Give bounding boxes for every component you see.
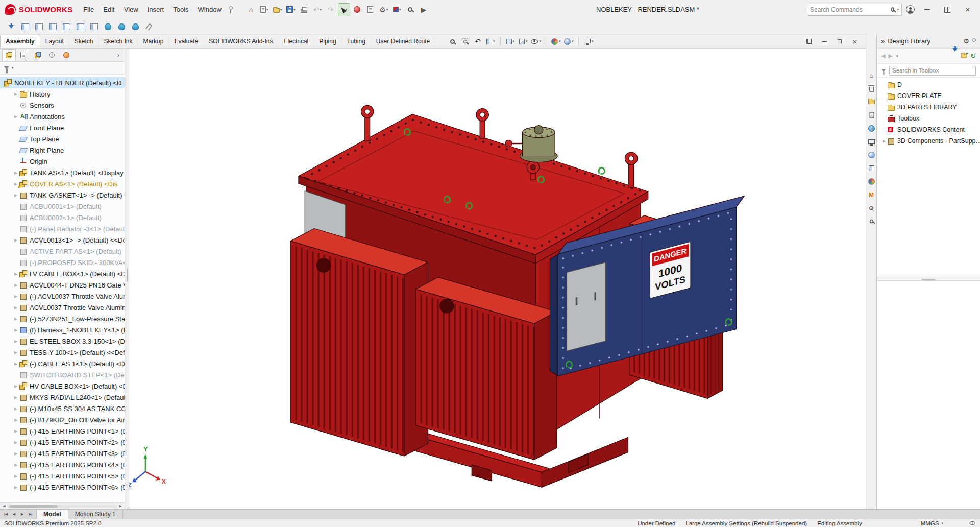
zoom-to-area-button[interactable]: [459, 35, 471, 47]
toolbox-search-input[interactable]: [889, 66, 976, 76]
panel-splitter[interactable]: [125, 49, 129, 509]
tab-featuremanager[interactable]: [2, 49, 16, 61]
file-properties-button[interactable]: [364, 3, 377, 16]
expand-arrow-icon[interactable]: ▶: [12, 362, 19, 366]
tree-item[interactable]: ▶ ▲ (-) Panel Radiator -3<1> (Default): [0, 223, 125, 234]
expand-arrow-icon[interactable]: ▶: [12, 474, 19, 478]
zoom-to-fit-button[interactable]: [447, 35, 458, 47]
command-tab[interactable]: Tubing: [342, 35, 371, 48]
tab-dimxpertmanager[interactable]: [45, 49, 59, 61]
command-tab[interactable]: Electrical: [279, 35, 314, 48]
view-palette-icon[interactable]: [867, 137, 876, 146]
tree-item[interactable]: ▶ ▲ Sensors: [0, 100, 125, 111]
library-item[interactable]: ▶ 3D PARTS LIBRARY: [877, 102, 980, 113]
library-search-icon[interactable]: [867, 217, 876, 226]
tree-item[interactable]: ▶ ▲ (-) 415 EARTHING POINT<2> (De: [0, 437, 125, 448]
library-item[interactable]: ▶ Toolbox: [877, 113, 980, 124]
tree-item[interactable]: ▶ ▲ (-) ACVL0037 Throttle Valve Alumi: [0, 291, 125, 302]
doc-dock-button[interactable]: [802, 36, 816, 47]
toolbox-settings-icon[interactable]: ⚙: [867, 204, 876, 212]
scroll-right-icon[interactable]: ▶: [117, 504, 124, 508]
panel-tool-button-2[interactable]: [33, 20, 45, 33]
library-nav-caret-icon[interactable]: ▾: [896, 54, 898, 58]
tree-item[interactable]: ▶ ▲ ACBU0001<1> (Default): [0, 201, 125, 212]
tree-item[interactable]: ▶ ▲ ACVL0013<1> -> (Default) <<Def: [0, 234, 125, 246]
tree-item[interactable]: ▶ ▲ EL STEEL SBOX 3.3-150<1> (Defau: [0, 336, 125, 347]
expand-arrow-icon[interactable]: ▶: [12, 283, 19, 288]
expand-arrow-icon[interactable]: ▶: [12, 317, 19, 321]
command-tab[interactable]: Evaluate: [169, 35, 204, 48]
expand-arrow-icon[interactable]: ▶: [12, 395, 19, 400]
doc-restore-button[interactable]: [833, 36, 846, 47]
expand-arrow-icon[interactable]: ▶: [881, 139, 887, 143]
tab-displaymanager[interactable]: [59, 49, 73, 61]
command-search-input[interactable]: [810, 6, 889, 13]
home-button[interactable]: ⌂: [245, 3, 257, 16]
units-selector[interactable]: MMGS ▾: [921, 520, 943, 526]
panel-pin-icon[interactable]: [972, 38, 976, 42]
feature-tool-button-2[interactable]: [115, 20, 128, 33]
tree-item[interactable]: ▶ ▲ TANK GASKET<1> -> (Default) <-: [0, 189, 125, 201]
transformer-model[interactable]: DANGER 1000 VOLTS: [290, 105, 744, 487]
rebuild-button[interactable]: [351, 3, 363, 16]
window-close-button[interactable]: ×: [960, 3, 976, 16]
menu-item[interactable]: Window: [193, 3, 226, 16]
apply-scene-button[interactable]: ▾: [563, 35, 574, 47]
section-view-button[interactable]: ▾: [485, 35, 496, 47]
toolbox-filter-icon[interactable]: [881, 69, 886, 72]
user-account-icon[interactable]: [906, 5, 915, 14]
view-settings-button[interactable]: ▾: [583, 35, 594, 47]
tree-item[interactable]: ▶ ▲ (f) Harness_1-NOBLEKEY<1> (Def: [0, 324, 125, 336]
menu-item[interactable]: Edit: [99, 3, 119, 16]
insert-component-button[interactable]: [5, 20, 17, 33]
tree-item[interactable]: ▶ ▲ TESS-Y-100<1> (Default) <<Defau: [0, 347, 125, 358]
refresh-library-button[interactable]: ↻: [970, 53, 976, 59]
edit-appearance-button[interactable]: ▾: [391, 3, 403, 16]
undo-button[interactable]: ↶▾: [311, 3, 324, 16]
hide-show-items-button[interactable]: ▾: [530, 35, 542, 47]
panel-tool-button-6[interactable]: [88, 20, 100, 33]
doc-minimize-button[interactable]: [818, 36, 831, 47]
doc-close-button[interactable]: ×: [848, 36, 862, 47]
graphics-viewport[interactable]: DANGER 1000 VOLTS: [129, 49, 866, 509]
appearances-scenes-icon[interactable]: [867, 151, 876, 159]
library-pane-splitter[interactable]: [877, 277, 980, 281]
tree-item[interactable]: ▶ ▲ TANK AS<1> (Default) <Display S: [0, 167, 125, 178]
library-item[interactable]: ▶ 3D Components - PartSupp...: [877, 135, 980, 147]
expand-arrow-icon[interactable]: ▶: [12, 463, 19, 467]
menu-item[interactable]: Tools: [168, 3, 193, 16]
command-tab[interactable]: Piping: [314, 35, 341, 48]
tree-item[interactable]: ▶ ▲ (-) CABLE AS 1<1> (Default) <Dis: [0, 358, 125, 369]
expand-arrow-icon[interactable]: ▶: [12, 406, 19, 411]
expand-arrow-icon[interactable]: ▶: [12, 171, 19, 175]
run-macro-button[interactable]: ▶: [418, 3, 430, 16]
filter-caret-icon[interactable]: ▾: [12, 66, 14, 70]
options-button[interactable]: ⚙▾: [378, 3, 390, 16]
command-tab[interactable]: Layout: [40, 35, 69, 48]
magnified-selection-button[interactable]: [404, 3, 416, 16]
tree-item[interactable]: ▶ ▲ ACTIVE PART AS<1> (Default): [0, 246, 125, 257]
feature-tool-button-1[interactable]: [102, 20, 114, 33]
save-button[interactable]: ▾: [285, 3, 297, 16]
expand-arrow-icon[interactable]: ▶: [12, 193, 19, 198]
library-item[interactable]: ▶ SOLIDWORKS Content: [877, 124, 980, 135]
print-button[interactable]: [298, 3, 310, 16]
expand-arrow-icon[interactable]: ▶: [12, 350, 19, 355]
command-tab[interactable]: Markup: [138, 35, 169, 48]
tab-scroll-first-icon[interactable]: |◀: [2, 511, 10, 518]
library-back-button[interactable]: ◀: [881, 53, 885, 59]
command-tab[interactable]: Sketch Ink: [99, 35, 138, 48]
library-forward-button[interactable]: ▶: [888, 53, 892, 59]
file-explorer-icon[interactable]: [867, 111, 876, 119]
tree-item[interactable]: ▶ ▲ HV CABLE BOX<1> (Default) <Dis: [0, 380, 125, 392]
tree-item[interactable]: ▶ ▲ SWITCH BOARD.STEP<1> (Defaul: [0, 369, 125, 380]
library-item[interactable]: ▶ COVER PLATE: [877, 90, 980, 102]
select-tool-button[interactable]: ▾: [338, 3, 350, 16]
tree-item[interactable]: ▶ ▲ (-) 415 EARTHING POINT<5> (De: [0, 470, 125, 482]
3d-content-central-icon[interactable]: [867, 124, 876, 133]
tree-item[interactable]: ▶ ▲ COVER AS<1> (Default) <Dis: [0, 178, 125, 189]
menu-item[interactable]: View: [119, 3, 143, 16]
expand-arrow-icon[interactable]: ▶: [12, 92, 19, 97]
scroll-left-icon[interactable]: ◀: [1, 504, 7, 508]
feature-tool-button-3[interactable]: [129, 20, 141, 33]
